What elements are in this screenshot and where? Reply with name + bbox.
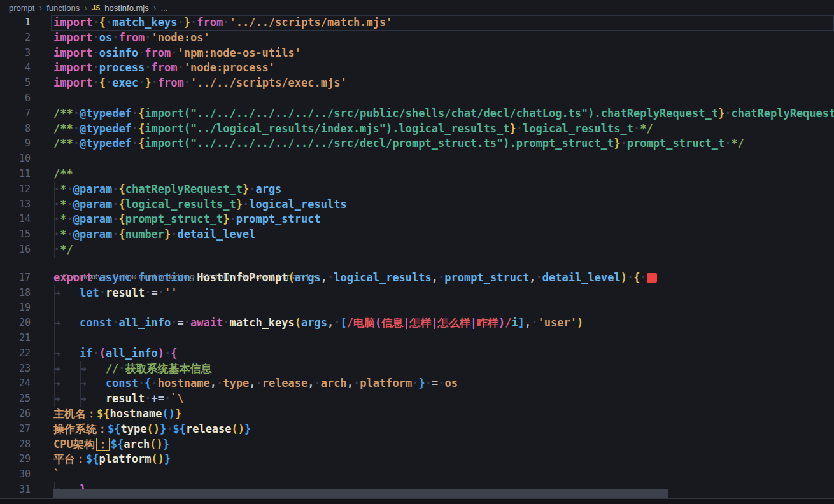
code-line[interactable]: 18→let·result·=·'' — [0, 286, 834, 301]
code-line[interactable]: 23→→//·获取系统基本信息 — [0, 361, 834, 377]
code-line[interactable]: 22→if·(all_info)·{ — [0, 346, 834, 361]
code-line[interactable]: 28CPU架构：${arch()} — [0, 437, 834, 452]
code-token: type — [223, 377, 249, 389]
line-number: 6 — [0, 91, 31, 106]
chevron-right-icon: › — [153, 3, 157, 13]
code-token: all_info — [118, 316, 171, 329]
tab-whitespace-arrow: → — [53, 346, 80, 361]
code-token: logical_results_t — [125, 198, 236, 211]
code-line[interactable]: 30` — [0, 467, 834, 482]
code-line[interactable]: 6 — [0, 91, 834, 106]
code-token: } — [163, 438, 169, 451]
space-whitespace-dot: · — [412, 377, 418, 389]
code-token: , — [210, 377, 216, 389]
code-text: CPU架构：${arch()} — [53, 437, 169, 452]
line-number: 8 — [0, 122, 31, 137]
code-line[interactable]: 16·*/ — [0, 242, 834, 258]
code-token: , — [321, 271, 327, 284]
code-line[interactable]: 24→→const·{·hostname,·type,·release,·arc… — [0, 376, 834, 391]
code-line[interactable]: 3import·osinfo·from·'npm:node-os-utils' — [0, 46, 834, 61]
gutter — [31, 91, 53, 106]
space-whitespace-dot: · — [216, 377, 223, 389]
code-text: ·*·@param·{prompt_struct_t}·prompt_struc… — [53, 212, 321, 227]
space-whitespace-dot: · — [327, 271, 334, 284]
code-token: } — [236, 198, 243, 211]
code-line[interactable]: 7/**·@typedef·{import("../../../../../..… — [0, 106, 834, 122]
code-text: import·osinfo·from·'npm:node-os-utils' — [53, 46, 301, 61]
code-text: 操作系统：${type()}·${release()} — [53, 422, 251, 437]
code-token: os — [444, 377, 457, 389]
space-whitespace-dot: · — [92, 347, 99, 360]
code-token: } — [160, 423, 166, 435]
code-line[interactable]: 21 — [0, 331, 834, 346]
gutter — [31, 76, 53, 91]
code-line[interactable]: 2import·os·from·'node:os' — [0, 31, 834, 46]
code-editor[interactable]: 1import·{·match_keys·}·from·'../../scrip… — [0, 15, 834, 504]
code-token: logical_results_t — [523, 122, 633, 135]
code-line[interactable]: 27操作系统：${type()}·${release()} — [0, 422, 834, 437]
code-line[interactable]: 26主机名：${hostname()} — [0, 407, 834, 422]
code-line[interactable]: 4import·process·from·'node:process' — [0, 60, 834, 76]
code-token: all_info — [106, 347, 158, 360]
code-token: | — [432, 316, 438, 329]
space-whitespace-dot: · — [152, 76, 158, 89]
code-line[interactable]: 9/**·@typedef·{import("../../../../../..… — [0, 136, 834, 151]
space-whitespace-dot: · — [99, 286, 106, 299]
code-line[interactable]: 10 — [0, 151, 834, 167]
tab-whitespace-arrow: → — [53, 391, 80, 407]
code-token: 操作系统： — [53, 423, 108, 435]
code-token: 'node:os' — [152, 31, 210, 44]
gutter — [31, 31, 53, 46]
code-text: ·*·@param·{chatReplyRequest_t}·args — [53, 182, 281, 197]
code-token: } — [223, 213, 229, 225]
line-number: 1 — [0, 15, 31, 31]
chevron-right-icon: › — [84, 3, 87, 13]
breadcrumb-item-symbol[interactable]: ... — [160, 3, 167, 13]
code-text: ·*·@param·{number}·detail_level — [53, 227, 255, 242]
code-token: */ — [640, 122, 653, 135]
code-line[interactable]: 15·*·@param·{number}·detail_level — [0, 227, 834, 242]
space-whitespace-dot: · — [178, 61, 184, 74]
code-line[interactable]: 1import·{·match_keys·}·from·'../../scrip… — [0, 15, 834, 31]
code-line[interactable]: 14·*·@param·{prompt_struct_t}·prompt_str… — [0, 212, 834, 227]
space-whitespace-dot: · — [112, 31, 118, 44]
code-token: @param — [73, 198, 112, 211]
code-line[interactable]: 11/** — [0, 167, 834, 182]
code-line[interactable]: 20→const·all_info·=·await·match_keys(arg… — [0, 316, 834, 331]
js-file-icon: JS — [92, 4, 100, 11]
code-token: /电脑 — [347, 316, 375, 329]
space-whitespace-dot: · — [178, 16, 184, 29]
space-whitespace-dot: · — [67, 228, 73, 241]
gutter — [31, 197, 53, 213]
code-token: { — [171, 347, 177, 360]
code-line[interactable]: 13·*·@param·{logical_results_t}·logical_… — [0, 197, 834, 213]
breadcrumb-item-file[interactable]: hostinfo.mjs — [104, 3, 148, 13]
code-line[interactable]: 12·*·@param·{chatReplyRequest_t}·args — [0, 182, 834, 197]
space-whitespace-dot: · — [145, 31, 151, 44]
code-token: , — [327, 316, 334, 329]
code-line[interactable]: 5import·{·exec·}·from·'../../scripts/exe… — [0, 76, 834, 91]
code-token: } — [510, 122, 516, 135]
horizontal-scrollbar[interactable] — [53, 489, 668, 498]
breadcrumb-item-functions[interactable]: functions — [46, 3, 80, 13]
space-whitespace-dot: · — [106, 16, 112, 29]
code-token: const — [80, 316, 112, 329]
code-token: 咋样 — [477, 316, 498, 329]
space-whitespace-dot: · — [118, 362, 125, 375]
code-token: 获取系统基本信息 — [125, 362, 212, 375]
code-line[interactable]: 8/**·@typedef·{import("../logical_result… — [0, 122, 834, 137]
code-line[interactable]: 25→→result·+=·`\ — [0, 391, 834, 407]
code-token: import — [53, 76, 92, 89]
line-number: 19 — [0, 300, 31, 316]
breadcrumb-item-prompt[interactable]: prompt — [9, 3, 34, 13]
line-number: 7 — [0, 106, 31, 122]
gutter — [31, 227, 53, 242]
code-line[interactable]: 17export·async·function·HostInfoPrompt(a… — [0, 270, 834, 286]
code-token: detail_level — [542, 271, 621, 284]
code-token: ( — [99, 347, 106, 360]
code-line[interactable]: 19 — [0, 300, 834, 316]
gutter — [31, 422, 53, 437]
code-line[interactable]: 29平台：${platform()} — [0, 452, 834, 467]
unicode-highlight-box: ： — [96, 438, 110, 451]
code-token: from — [118, 31, 145, 44]
